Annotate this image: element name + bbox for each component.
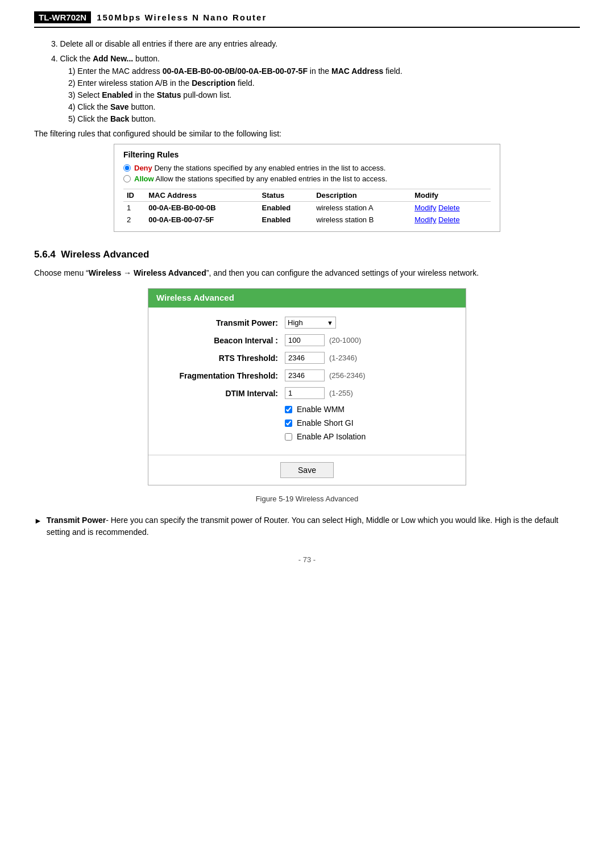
wireless-advanced-box: Wireless Advanced Transmit Power: High ▼…	[148, 288, 466, 485]
figure-caption: Figure 5-19 Wireless Advanced	[34, 495, 580, 503]
ap-isolation-row: Enable AP Isolation	[285, 432, 454, 441]
wmm-checkbox[interactable]	[285, 406, 292, 413]
filtering-intro: The filtering rules that configured shou…	[34, 129, 580, 138]
col-status: Status	[259, 189, 313, 202]
allow-radio[interactable]	[123, 175, 131, 182]
rts-threshold-label: RTS Threshold:	[160, 354, 285, 363]
filtering-title: Filtering Rules	[123, 150, 491, 159]
rts-threshold-input[interactable]	[285, 352, 325, 364]
rts-threshold-control: (1-2346)	[285, 352, 357, 364]
deny-label: Deny Deny the stations specified by any …	[134, 164, 385, 172]
frag-threshold-input[interactable]	[285, 369, 325, 381]
delete-link-2[interactable]: Delete	[438, 215, 460, 224]
deny-radio[interactable]	[123, 164, 131, 172]
page-title: 150Mbps Wireless N Nano Router	[97, 13, 267, 22]
beacon-interval-row: Beacon Interval : (20-1000)	[160, 334, 454, 346]
substep-2: Enter wireless station A/B in the Descri…	[68, 78, 580, 88]
short-gi-label: Enable Short GI	[297, 418, 354, 427]
beacon-interval-input[interactable]	[285, 334, 325, 346]
substep-1: Enter the MAC address 00-0A-EB-B0-00-0B/…	[68, 67, 580, 76]
section-title: 5.6.4 Wireless Advanced	[34, 249, 580, 260]
ap-isolation-label: Enable AP Isolation	[297, 432, 366, 441]
frag-threshold-label: Fragmentation Threshold:	[160, 371, 285, 380]
dropdown-arrow-icon: ▼	[327, 319, 333, 326]
short-gi-checkbox[interactable]	[285, 420, 292, 427]
dtim-interval-hint: (1-255)	[329, 389, 353, 397]
col-modify: Modify	[411, 189, 491, 202]
transmit-power-description: ► Transmit Power- Here you can specify t…	[34, 514, 580, 538]
table-row: 2 00-0A-EB-00-07-5F Enabled wireless sta…	[123, 214, 491, 226]
dtim-interval-input[interactable]	[285, 387, 325, 399]
dtim-interval-control: (1-255)	[285, 387, 353, 399]
page-number: - 73 -	[34, 555, 580, 564]
transmit-power-desc-text: - Here you can specify the transmit powe…	[47, 516, 558, 537]
beacon-interval-control: (20-1000)	[285, 334, 361, 346]
transmit-power-value: High	[288, 318, 327, 327]
modify-link-1[interactable]: Modify	[414, 203, 436, 212]
filter-table: ID MAC Address Status Description Modify…	[123, 189, 491, 226]
frag-threshold-control: (256-2346)	[285, 369, 366, 381]
col-mac: MAC Address	[145, 189, 258, 202]
deny-radio-row: Deny Deny the stations specified by any …	[123, 164, 491, 172]
bullet-arrow-icon: ►	[34, 515, 42, 527]
allow-label: Allow Allow the stations specified by an…	[134, 175, 387, 183]
section-description: Choose menu “Wireless → Wireless Advance…	[34, 267, 580, 279]
page-header: TL-WR702N 150Mbps Wireless N Nano Router	[34, 11, 580, 28]
delete-link-1[interactable]: Delete	[438, 203, 460, 212]
transmit-power-control: High ▼	[285, 317, 336, 329]
wireless-box-body: Transmit Power: High ▼ Beacon Interval :…	[148, 306, 466, 455]
step-4: Click the Add New... button. Enter the M…	[51, 54, 580, 123]
beacon-interval-hint: (20-1000)	[329, 336, 361, 344]
dtim-interval-row: DTIM Interval: (1-255)	[160, 387, 454, 399]
substep-3: Select Enabled in the Status pull-down l…	[68, 90, 580, 99]
modify-link-2[interactable]: Modify	[414, 215, 436, 224]
wireless-box-header: Wireless Advanced	[148, 289, 466, 306]
save-button[interactable]: Save	[280, 462, 334, 478]
rts-threshold-row: RTS Threshold: (1-2346)	[160, 352, 454, 364]
col-id: ID	[123, 189, 145, 202]
allow-radio-row: Allow Allow the stations specified by an…	[123, 175, 491, 183]
ap-isolation-checkbox[interactable]	[285, 433, 292, 441]
col-description: Description	[313, 189, 411, 202]
filtering-rules-box: Filtering Rules Deny Deny the stations s…	[114, 144, 500, 232]
transmit-power-desc-label: Transmit Power	[47, 516, 106, 525]
dtim-interval-label: DTIM Interval:	[160, 389, 285, 398]
step-3: Delete all or disable all entries if the…	[51, 39, 580, 48]
substep-4: Click the Save button.	[68, 102, 580, 111]
sub-steps: Enter the MAC address 00-0A-EB-B0-00-0B/…	[68, 67, 580, 123]
transmit-power-label: Transmit Power:	[160, 318, 285, 327]
table-row: 1 00-0A-EB-B0-00-0B Enabled wireless sta…	[123, 202, 491, 214]
transmit-power-select[interactable]: High ▼	[285, 317, 336, 329]
frag-threshold-hint: (256-2346)	[329, 371, 366, 380]
short-gi-row: Enable Short GI	[285, 418, 454, 427]
beacon-interval-label: Beacon Interval :	[160, 336, 285, 345]
substep-5: Click the Back button.	[68, 114, 580, 123]
rts-threshold-hint: (1-2346)	[329, 354, 357, 362]
wireless-box-footer: Save	[148, 455, 466, 485]
frag-threshold-row: Fragmentation Threshold: (256-2346)	[160, 369, 454, 381]
transmit-power-row: Transmit Power: High ▼	[160, 317, 454, 329]
wmm-label: Enable WMM	[297, 405, 345, 414]
model-label: TL-WR702N	[34, 11, 91, 23]
wmm-row: Enable WMM	[285, 405, 454, 414]
